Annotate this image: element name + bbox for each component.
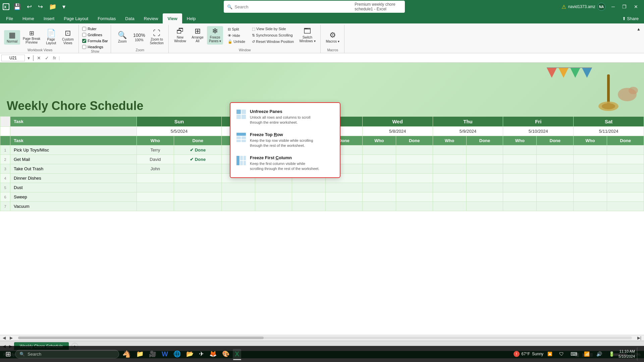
horizontal-scrollbar[interactable]: [18, 337, 632, 339]
page-layout-button[interactable]: 📄 PageLayout: [43, 28, 59, 46]
tray-battery[interactable]: 🔋: [607, 350, 616, 358]
tab-data[interactable]: Data: [120, 13, 139, 23]
done-day5-cell[interactable]: [466, 145, 503, 155]
who-day5-cell[interactable]: [433, 155, 466, 164]
who-day4-cell[interactable]: [362, 174, 396, 183]
freeze-top-row-item[interactable]: Freeze Top Row Keep the top row visible …: [230, 129, 340, 152]
search-bar[interactable]: 🔍 Premium weekly chore schedule1 - Excel: [224, 1, 405, 13]
tab-home[interactable]: Home: [18, 13, 39, 23]
done-sun-cell[interactable]: ✔ Done: [174, 155, 222, 164]
who-day7-cell[interactable]: [574, 145, 607, 155]
taskbar-app-telegram[interactable]: ✈: [197, 349, 206, 359]
zoom-to-selection-button[interactable]: ⛶ Zoom toSelection: [148, 28, 166, 46]
tab-file[interactable]: File: [1, 13, 18, 23]
gridlines-input[interactable]: [82, 33, 86, 37]
done-day5-cell[interactable]: [466, 155, 503, 164]
taskbar-app-excel[interactable]: X: [233, 349, 241, 359]
done-day2-cell[interactable]: [255, 202, 292, 211]
zoom-button[interactable]: 🔍 Zoom: [114, 30, 130, 45]
save-button[interactable]: 💾: [11, 2, 23, 11]
tab-help[interactable]: Help: [182, 13, 201, 23]
search-input[interactable]: [234, 4, 346, 9]
done-sun-cell[interactable]: [174, 183, 222, 192]
done-sun-cell[interactable]: [174, 174, 222, 183]
ruler-input[interactable]: [82, 27, 86, 31]
unhide-button[interactable]: 🔓 Unhide: [226, 39, 247, 45]
who-day7-cell[interactable]: [574, 183, 607, 192]
who-day2-cell[interactable]: [222, 192, 255, 202]
insert-function-button[interactable]: fx: [52, 55, 57, 61]
done-day5-cell[interactable]: [466, 164, 503, 174]
who-day4-cell[interactable]: [362, 192, 396, 202]
tray-wifi[interactable]: 📶: [582, 350, 592, 358]
formula-input[interactable]: [61, 55, 643, 61]
who-sun-cell[interactable]: [137, 192, 174, 202]
done-day6-cell[interactable]: [537, 145, 574, 155]
done-day2-cell[interactable]: [255, 183, 292, 192]
who-sun-cell[interactable]: David: [137, 155, 174, 164]
headings-input[interactable]: [82, 45, 86, 49]
reset-position-button[interactable]: ↺ Reset Window Position: [250, 39, 296, 45]
who-day7-cell[interactable]: [574, 174, 607, 183]
hide-button[interactable]: 👁 Hide: [226, 33, 247, 38]
who-day3-cell[interactable]: [292, 192, 326, 202]
who-day5-cell[interactable]: [433, 192, 466, 202]
collapse-ribbon-button[interactable]: ▲: [635, 26, 643, 32]
cell-reference[interactable]: [1, 55, 25, 61]
who-day6-cell[interactable]: [503, 164, 537, 174]
close-button[interactable]: ✕: [631, 3, 641, 11]
taskbar-app-firefox[interactable]: 🦊: [207, 349, 219, 359]
done-day4-cell[interactable]: [396, 202, 433, 211]
tray-volume[interactable]: 🔊: [594, 350, 604, 358]
done-day7-cell[interactable]: [607, 202, 644, 211]
done-day4-cell[interactable]: [396, 183, 433, 192]
done-day4-cell[interactable]: [396, 192, 433, 202]
zoom-100-button[interactable]: 100% 100%: [131, 32, 147, 43]
taskbar-app-photoshop[interactable]: 🎨: [220, 349, 231, 359]
who-sun-cell[interactable]: [137, 202, 174, 211]
who-day7-cell[interactable]: [574, 202, 607, 211]
who-sun-cell[interactable]: John: [137, 164, 174, 174]
done-day5-cell[interactable]: [466, 183, 503, 192]
who-day6-cell[interactable]: [503, 155, 537, 164]
headings-checkbox[interactable]: Headings: [82, 44, 103, 50]
clock[interactable]: 11:10 AM 5/10/2024: [619, 349, 635, 359]
taskbar-app-explorer[interactable]: 📁: [134, 349, 146, 359]
name-box-expand[interactable]: ▾: [26, 55, 31, 61]
restore-button[interactable]: ❐: [619, 3, 630, 11]
who-day7-cell[interactable]: [574, 192, 607, 202]
who-day4-cell[interactable]: [362, 183, 396, 192]
who-day6-cell[interactable]: [503, 183, 537, 192]
ruler-checkbox[interactable]: Ruler: [82, 26, 96, 32]
tray-up-arrow[interactable]: 🔼: [545, 350, 554, 358]
who-day4-cell[interactable]: [362, 202, 396, 211]
cancel-formula-button[interactable]: ✕: [36, 55, 42, 61]
arrange-all-button[interactable]: ⊞ ArrangeAll: [190, 26, 206, 45]
tab-page-layout[interactable]: Page Layout: [59, 13, 93, 23]
who-day5-cell[interactable]: [433, 183, 466, 192]
scroll-end-button[interactable]: ▶|: [636, 335, 643, 341]
done-day6-cell[interactable]: [537, 183, 574, 192]
task-cell[interactable]: Dust: [10, 183, 137, 192]
switch-windows-button[interactable]: 🗔 SwitchWindows ▾: [297, 26, 317, 45]
who-day5-cell[interactable]: [433, 145, 466, 155]
done-day7-cell[interactable]: [607, 183, 644, 192]
task-cell[interactable]: Pick Up Toys/Misc: [10, 145, 137, 155]
tab-formulas[interactable]: Formulas: [93, 13, 120, 23]
tray-keyboard[interactable]: ⌨: [569, 350, 579, 358]
who-sun-cell[interactable]: Terry: [137, 145, 174, 155]
scroll-left-button[interactable]: ◀: [1, 335, 7, 341]
done-day4-cell[interactable]: [396, 145, 433, 155]
task-cell[interactable]: Get Mail: [10, 155, 137, 164]
taskbar-app-zoom[interactable]: 🎥: [147, 349, 158, 359]
done-day6-cell[interactable]: [537, 192, 574, 202]
new-window-button[interactable]: 🗗 NewWindow: [172, 26, 188, 45]
done-day7-cell[interactable]: [607, 174, 644, 183]
who-day7-cell[interactable]: [574, 164, 607, 174]
who-day2-cell[interactable]: [222, 183, 255, 192]
task-cell[interactable]: Dinner Dishes: [10, 174, 137, 183]
view-side-by-side-button[interactable]: ⬚ View Side by Side: [250, 26, 296, 32]
done-sun-cell[interactable]: [174, 164, 222, 174]
done-day7-cell[interactable]: [607, 145, 644, 155]
tab-view[interactable]: View: [163, 13, 182, 23]
